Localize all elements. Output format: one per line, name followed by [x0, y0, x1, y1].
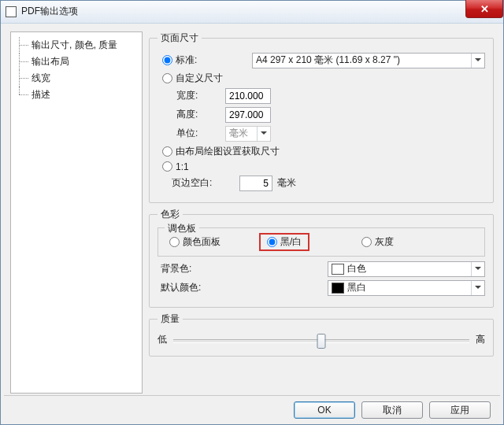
- margin-label: 页边空白:: [158, 176, 239, 190]
- height-field[interactable]: [225, 107, 271, 123]
- quality-slider[interactable]: [173, 332, 469, 348]
- radio-from-layout[interactable]: 由布局绘图设置获取尺寸: [158, 145, 280, 158]
- radio-bw-label: 黑/白: [280, 235, 302, 249]
- row-unit: 单位: 毫米: [158, 126, 485, 142]
- radio-custom-label: 自定义尺寸: [176, 72, 223, 85]
- button-bar: OK 取消 应用: [4, 395, 500, 424]
- bgcolor-value: 白色: [347, 262, 366, 275]
- row-height: 高度:: [158, 107, 485, 123]
- quality-group: 质量 低 高: [149, 312, 494, 357]
- unit-combo[interactable]: 毫米: [225, 126, 271, 142]
- row-bgcolor: 背景色: 白色: [158, 261, 485, 277]
- tree-item-line-width[interactable]: 线宽: [14, 70, 139, 87]
- tree-item-label: 输出布局: [32, 56, 69, 67]
- paper-size-combo[interactable]: A4 297 x 210 毫米 (11.69 x 8.27 "): [252, 53, 485, 68]
- page-size-legend: 页面尺寸: [158, 31, 202, 45]
- radio-gray-label: 灰度: [375, 235, 394, 249]
- content-area: 输出尺寸, 颜色, 质量 输出布局 线宽 描述 页面尺寸 标准: A4 297 …: [1, 24, 503, 395]
- row-default-color: 默认颜色: 黑白: [158, 280, 485, 296]
- radio-from-layout-input[interactable]: [162, 146, 172, 157]
- page-size-group: 页面尺寸 标准: A4 297 x 210 毫米 (11.69 x 8.27 "…: [149, 31, 494, 203]
- default-color-value: 黑白: [347, 281, 366, 294]
- quality-high-label: 高: [476, 333, 485, 346]
- margin-field[interactable]: [239, 176, 272, 191]
- quality-slider-row: 低 高: [158, 332, 485, 348]
- color-group: 色彩 调色板 颜色面板 黑/白 灰: [149, 208, 494, 308]
- ok-button[interactable]: OK: [294, 401, 355, 419]
- tree-item-description[interactable]: 描述: [14, 87, 139, 103]
- radio-gray[interactable]: 灰度: [357, 235, 394, 249]
- radio-one-to-one-input[interactable]: [162, 161, 172, 172]
- default-color-label: 默认颜色:: [158, 281, 228, 294]
- radio-color-panel[interactable]: 颜色面板: [165, 235, 259, 249]
- settings-panel: 页面尺寸 标准: A4 297 x 210 毫米 (11.69 x 8.27 "…: [149, 31, 494, 392]
- default-color-combo[interactable]: 黑白: [328, 280, 485, 296]
- radio-standard[interactable]: 标准:: [158, 54, 252, 67]
- radio-bw-input[interactable]: [267, 237, 277, 247]
- radio-gray-input[interactable]: [361, 237, 372, 247]
- app-icon: [6, 6, 17, 17]
- chevron-down-icon: [471, 281, 484, 295]
- radio-one-to-one-label: 1:1: [176, 161, 189, 172]
- tree-item-output-size[interactable]: 输出尺寸, 颜色, 质量: [14, 37, 139, 54]
- window-title: PDF输出选项: [21, 5, 78, 18]
- tree-item-label: 描述: [32, 89, 50, 100]
- bgcolor-combo[interactable]: 白色: [328, 261, 485, 277]
- row-width: 宽度:: [158, 88, 485, 104]
- ok-label: OK: [317, 405, 331, 416]
- radio-bw-highlight: 黑/白: [259, 233, 309, 251]
- radio-black-white[interactable]: 黑/白: [262, 235, 302, 249]
- radio-color-panel-input[interactable]: [169, 237, 180, 247]
- dialog-window: PDF输出选项 ✕ 输出尺寸, 颜色, 质量 输出布局 线宽 描述 页面尺寸 标…: [0, 0, 504, 425]
- swatch-black-icon: [332, 283, 344, 294]
- radio-custom[interactable]: 自定义尺寸: [158, 72, 223, 85]
- margin-unit: 毫米: [277, 176, 296, 190]
- tree-item-output-layout[interactable]: 输出布局: [14, 54, 139, 70]
- radio-custom-input[interactable]: [162, 73, 172, 83]
- radio-standard-input[interactable]: [162, 55, 172, 65]
- color-legend: 色彩: [158, 208, 183, 221]
- nav-tree[interactable]: 输出尺寸, 颜色, 质量 输出布局 线宽 描述: [10, 31, 143, 394]
- radio-color-panel-label: 颜色面板: [183, 235, 220, 249]
- palette-group: 调色板 颜色面板 黑/白 灰度: [158, 227, 485, 257]
- apply-label: 应用: [450, 404, 469, 417]
- row-custom: 自定义尺寸: [158, 72, 485, 85]
- slider-thumb[interactable]: [317, 334, 326, 349]
- radio-standard-label: 标准:: [176, 54, 197, 67]
- close-button[interactable]: ✕: [465, 0, 503, 18]
- row-margin: 页边空白: 毫米: [158, 176, 485, 191]
- chevron-down-icon: [471, 262, 484, 276]
- close-icon: ✕: [480, 3, 489, 15]
- quality-legend: 质量: [158, 312, 183, 326]
- tree-item-label: 输出尺寸, 颜色, 质量: [32, 39, 117, 50]
- palette-group-label: 调色板: [165, 222, 199, 235]
- row-one-to-one: 1:1: [158, 161, 485, 172]
- chevron-down-icon: [257, 127, 270, 141]
- swatch-white-icon: [332, 264, 344, 275]
- row-standard: 标准: A4 297 x 210 毫米 (11.69 x 8.27 "): [158, 53, 485, 68]
- radio-one-to-one[interactable]: 1:1: [158, 161, 189, 172]
- apply-button[interactable]: 应用: [429, 401, 491, 419]
- title-bar[interactable]: PDF输出选项 ✕: [1, 1, 503, 24]
- chevron-down-icon: [471, 54, 484, 68]
- paper-size-value: A4 297 x 210 毫米 (11.69 x 8.27 "): [256, 54, 400, 67]
- tree-item-label: 线宽: [32, 72, 50, 83]
- unit-value: 毫米: [229, 127, 248, 140]
- row-from-layout: 由布局绘图设置获取尺寸: [158, 145, 485, 158]
- bgcolor-label: 背景色:: [158, 262, 228, 275]
- cancel-button[interactable]: 取消: [361, 401, 423, 419]
- width-field[interactable]: [225, 88, 271, 104]
- cancel-label: 取消: [383, 404, 402, 417]
- radio-from-layout-label: 由布局绘图设置获取尺寸: [176, 145, 280, 158]
- width-label: 宽度:: [158, 89, 225, 102]
- height-label: 高度:: [158, 108, 225, 121]
- unit-label: 单位:: [158, 127, 225, 140]
- quality-low-label: 低: [158, 333, 167, 346]
